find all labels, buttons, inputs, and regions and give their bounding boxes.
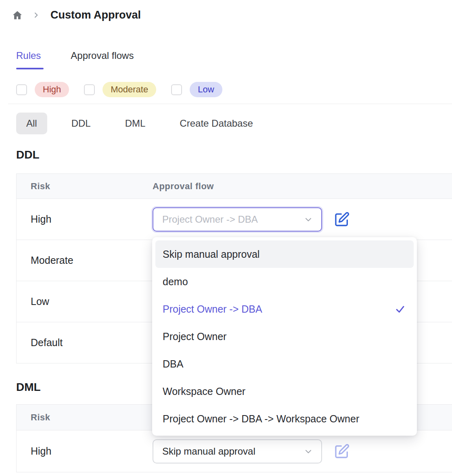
chevron-down-icon	[303, 215, 313, 224]
high-checkbox[interactable]	[16, 84, 27, 95]
ddl-section-title: DDL	[16, 148, 40, 161]
risk-cell: Default	[17, 337, 153, 349]
high-risk-badge: High	[35, 82, 69, 97]
edit-approval-flow-button[interactable]	[333, 211, 350, 228]
ddl-table-header: Risk Approval flow	[17, 174, 452, 199]
risk-cell: High	[17, 213, 153, 225]
category-tab-all[interactable]: All	[16, 113, 47, 134]
tab-bar: Rules Approval flows	[16, 50, 134, 61]
moderate-risk-badge: Moderate	[103, 82, 156, 97]
low-risk-badge: Low	[190, 82, 222, 97]
dropdown-option-dba[interactable]: DBA	[155, 350, 414, 378]
chevron-right-icon	[33, 12, 40, 19]
category-tab-ddl[interactable]: DDL	[61, 113, 101, 134]
select-value: Skip manual approval	[162, 446, 255, 457]
approval-flow-select-ddl-high[interactable]: Project Owner -> DBA	[153, 207, 322, 232]
edit-pencil-icon	[334, 443, 350, 459]
approval-flow-cell: Skip manual approval	[153, 439, 452, 463]
approval-flow-dropdown-menu: Skip manual approval demo Project Owner …	[152, 237, 417, 436]
option-label: DBA	[163, 358, 183, 370]
active-tab-underline	[16, 68, 44, 69]
category-tab-create-database[interactable]: Create Database	[170, 113, 263, 134]
low-checkbox[interactable]	[171, 84, 182, 95]
dropdown-option-demo[interactable]: demo	[155, 268, 414, 295]
option-label: Project Owner -> DBA -> Workspace Owner	[163, 413, 359, 425]
table-row-dml-high: High Skip manual approval	[17, 430, 452, 472]
option-label: Workspace Owner	[163, 386, 245, 397]
option-label: Project Owner -> DBA	[163, 303, 262, 315]
dml-section-title: DML	[16, 381, 41, 394]
chevron-down-icon	[303, 447, 313, 456]
option-label: Skip manual approval	[163, 248, 259, 260]
tab-rules[interactable]: Rules	[16, 50, 41, 61]
option-label: Project Owner	[163, 331, 226, 342]
category-tab-dml[interactable]: DML	[115, 113, 156, 134]
option-label: demo	[163, 276, 188, 288]
risk-cell: Low	[17, 296, 153, 307]
moderate-checkbox[interactable]	[84, 84, 95, 95]
home-icon[interactable]	[12, 10, 23, 21]
breadcrumb: Custom Approval	[12, 9, 141, 21]
risk-cell: Moderate	[17, 255, 153, 266]
dropdown-option-project-owner[interactable]: Project Owner	[155, 323, 414, 350]
edit-pencil-icon	[334, 211, 350, 228]
tab-approval-flows[interactable]: Approval flows	[71, 50, 134, 61]
risk-cell: High	[17, 445, 153, 457]
approval-flow-cell: Project Owner -> DBA	[153, 207, 452, 232]
dropdown-option-skip-manual-approval[interactable]: Skip manual approval	[155, 240, 414, 268]
edit-approval-flow-button[interactable]	[333, 443, 350, 459]
select-value: Project Owner -> DBA	[162, 214, 258, 225]
category-tabs: All DDL DML Create Database	[16, 113, 263, 134]
dropdown-option-project-owner-dba-workspace-owner[interactable]: Project Owner -> DBA -> Workspace Owner	[155, 405, 414, 432]
dropdown-option-project-owner-dba[interactable]: Project Owner -> DBA	[155, 295, 414, 323]
risk-filter-row: High Moderate Low	[16, 81, 237, 98]
custom-approval-page: Custom Approval Rules Approval flows Hig…	[0, 0, 452, 476]
section-divider	[8, 104, 452, 104]
risk-column-header: Risk	[17, 181, 153, 192]
table-row-ddl-high: High Project Owner -> DBA	[17, 199, 452, 240]
approval-flow-select-dml-high[interactable]: Skip manual approval	[153, 439, 322, 463]
approval-flow-column-header: Approval flow	[153, 181, 452, 192]
dropdown-option-workspace-owner[interactable]: Workspace Owner	[155, 378, 414, 405]
risk-column-header: Risk	[17, 412, 153, 423]
check-icon	[395, 304, 406, 315]
page-title: Custom Approval	[50, 9, 141, 21]
